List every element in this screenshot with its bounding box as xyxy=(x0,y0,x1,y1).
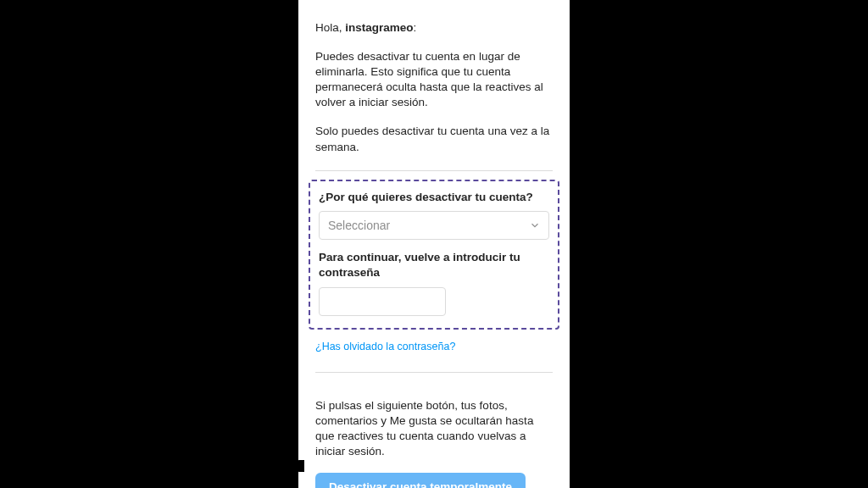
intro-paragraph: Puedes desactivar tu cuenta en lugar de … xyxy=(315,49,553,111)
divider xyxy=(315,372,553,373)
highlighted-form-section: ¿Por qué quieres desactivar tu cuenta? S… xyxy=(309,180,559,330)
forgot-password-link[interactable]: ¿Has olvidado la contraseña? xyxy=(315,341,455,352)
deactivate-panel: Hola, instagrameo: Puedes desactivar tu … xyxy=(298,0,570,488)
password-input[interactable] xyxy=(319,287,446,316)
greeting-username: instagrameo xyxy=(345,21,413,34)
limit-paragraph: Solo puedes desactivar tu cuenta una vez… xyxy=(315,124,553,154)
greeting-line: Hola, instagrameo: xyxy=(315,20,553,36)
reason-label: ¿Por qué quieres desactivar tu cuenta? xyxy=(319,190,549,205)
password-label: Para continuar, vuelve a introducir tu c… xyxy=(319,250,549,280)
greeting-suffix: : xyxy=(414,21,417,34)
cursor-dot xyxy=(294,460,304,472)
warning-paragraph: Si pulsas el siguiente botón, tus fotos,… xyxy=(315,398,553,460)
greeting-prefix: Hola, xyxy=(315,21,345,34)
reason-select-wrap: Seleccionar xyxy=(319,211,549,240)
reason-select[interactable]: Seleccionar xyxy=(319,211,549,240)
divider xyxy=(315,170,553,171)
deactivate-button[interactable]: Desactivar cuenta temporalmente xyxy=(315,473,526,488)
